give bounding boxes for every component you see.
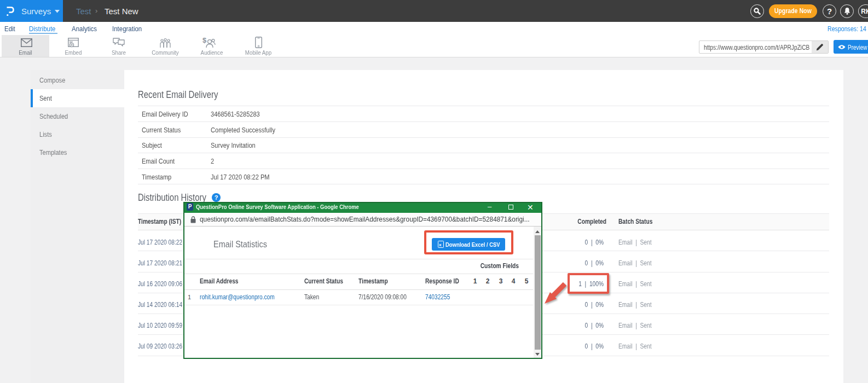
svg-text:$: $: [202, 37, 207, 44]
